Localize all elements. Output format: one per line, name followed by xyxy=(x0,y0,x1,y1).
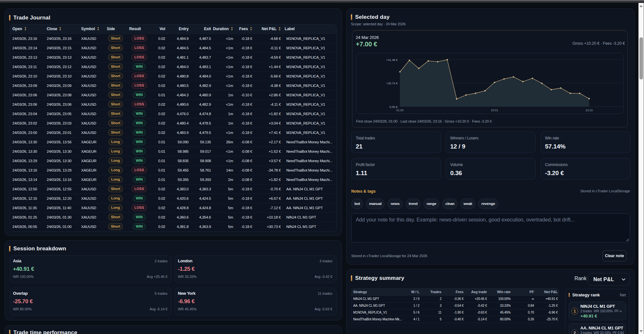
svg-text:23:01: 23:01 xyxy=(491,109,498,112)
svg-text:+20.74 €: +20.74 € xyxy=(386,82,398,85)
svg-text:23:16: 23:16 xyxy=(586,109,593,112)
svg-text:+41.48 €: +41.48 € xyxy=(386,58,398,62)
svg-text:01:00: 01:00 xyxy=(396,109,404,112)
svg-text:0.00 €: 0.00 € xyxy=(390,105,398,109)
